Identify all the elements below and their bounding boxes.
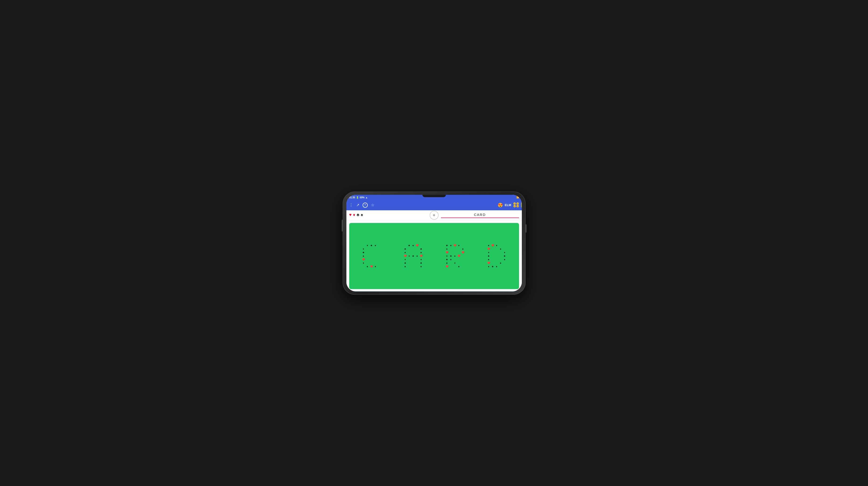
- battery-pct: 69%: [360, 196, 365, 199]
- status-icons: 📶: [517, 196, 519, 199]
- suit-spade[interactable]: ♠: [361, 213, 363, 217]
- volume-button: [342, 220, 343, 231]
- card-letters: .♦♣♠.♦....♣....♠....❤️....♦.....♠❤️♦..♣♠…: [351, 224, 517, 288]
- user-label: ELM: [505, 203, 511, 207]
- app-bar-right: 😍 ELM 😊 😊 😊 😊 letters: [498, 202, 519, 208]
- tab-suits: ♥ ♦ ♣ ♠: [349, 213, 427, 218]
- add-tab-button[interactable]: +: [430, 211, 439, 220]
- input-underline: [441, 218, 519, 218]
- letter-C: .♦♣♠.♦....♣....♠....❤️....♦.....♠❤️♦.: [351, 224, 392, 288]
- help-icon[interactable]: ?: [363, 202, 368, 208]
- suit-club[interactable]: ♣: [356, 213, 359, 217]
- wifi-icon: 📶: [517, 196, 519, 199]
- letter-R: ♣♠❤️♦.♠...♠❤️...❤️♦♣♠❤️.♣♠...♠.♦..❤️..♠.: [435, 224, 475, 288]
- app-bar: ⋮ ↗ ? ☆ 😍 ELM 😊 😊 😊 😊 letters: [346, 200, 522, 210]
- menu-icon[interactable]: ⋮: [349, 203, 353, 207]
- user-emoji: 😍: [498, 202, 503, 208]
- letter-A: .♣♠❤️.♣...♣♠...♠❤️♦♣♠❤️♦...♦♣...♣♠...♠: [393, 224, 434, 288]
- status-time: 01:35: [349, 196, 355, 199]
- text-input-area: CARD: [441, 213, 519, 218]
- star-icon[interactable]: ☆: [371, 203, 374, 207]
- card-display: .♦♣♠.♦....♣....♠....❤️....♦.....♠❤️♦..♣♠…: [349, 223, 519, 289]
- tab-bar: ♥ ♦ ♣ ♠ + CARD: [346, 210, 522, 221]
- share-icon[interactable]: ↗: [356, 203, 359, 207]
- letters-tag: letters: [521, 202, 522, 207]
- battery-icon: 🔋: [356, 196, 359, 199]
- phone-notch: [423, 195, 446, 197]
- phone-frame: 01:35 🔋 69% ▲ 📶 ⋮ ↗ ? ☆ 😍 ELM: [343, 192, 526, 295]
- power-button: [526, 224, 527, 233]
- phone-screen: 01:35 🔋 69% ▲ 📶 ⋮ ↗ ? ☆ 😍 ELM: [346, 195, 522, 291]
- text-input-value[interactable]: CARD: [441, 213, 519, 218]
- emoji-logo: 😊 😊 😊 😊 letters: [513, 202, 519, 207]
- main-content: .♦♣♠.♦....♣....♠....❤️....♦.....♠❤️♦..♣♠…: [346, 221, 522, 291]
- suit-diamond[interactable]: ♦: [353, 213, 355, 217]
- signal-bars: ▲: [365, 196, 368, 199]
- screen-content: 01:35 🔋 69% ▲ 📶 ⋮ ↗ ? ☆ 😍 ELM: [346, 195, 522, 291]
- suit-heart[interactable]: ♥: [349, 213, 352, 217]
- letter-D: ♠❤️♦..❤️..♠.♦...♦♣...♣♠...♠❤️..♠.♦♣♠..: [476, 224, 517, 288]
